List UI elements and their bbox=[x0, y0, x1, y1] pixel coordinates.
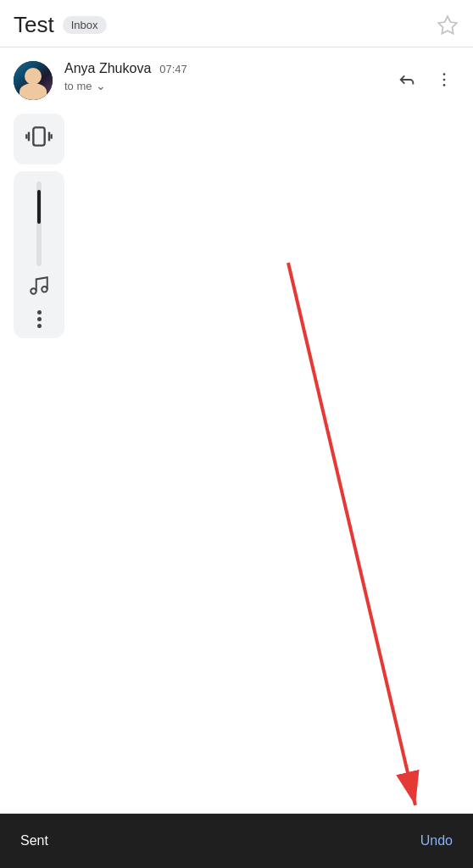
svg-point-10 bbox=[42, 287, 47, 292]
vibrate-attachment-box[interactable] bbox=[14, 114, 64, 164]
email-sender-row: Anya Zhukova 07:47 to me ⌄ bbox=[0, 47, 473, 110]
attachment-area bbox=[0, 110, 473, 342]
progress-thumb bbox=[37, 190, 41, 224]
svg-point-2 bbox=[443, 79, 446, 81]
recipient-row[interactable]: to me ⌄ bbox=[64, 79, 380, 92]
email-header: Test Inbox bbox=[0, 0, 473, 47]
undo-button[interactable]: Undo bbox=[420, 833, 453, 849]
page-title: Test bbox=[14, 12, 54, 38]
star-icon[interactable] bbox=[436, 14, 459, 37]
svg-line-12 bbox=[288, 263, 415, 805]
dot-2 bbox=[37, 317, 42, 321]
svg-marker-0 bbox=[438, 16, 457, 34]
chevron-down-icon[interactable]: ⌄ bbox=[96, 79, 106, 92]
bottom-snackbar: Sent Undo bbox=[0, 814, 473, 868]
svg-point-3 bbox=[443, 84, 446, 86]
vibrate-icon bbox=[25, 123, 53, 156]
dot-3 bbox=[37, 324, 42, 328]
dot-1 bbox=[37, 310, 42, 314]
email-actions bbox=[392, 64, 459, 95]
avatar[interactable] bbox=[14, 61, 53, 100]
music-note-icon bbox=[28, 275, 50, 302]
reply-button[interactable] bbox=[392, 64, 422, 95]
audio-progress-bar[interactable] bbox=[36, 181, 42, 266]
svg-rect-4 bbox=[33, 127, 44, 145]
sent-label: Sent bbox=[20, 833, 48, 849]
media-player-box[interactable] bbox=[14, 171, 64, 338]
sender-time-row: Anya Zhukova 07:47 bbox=[64, 61, 380, 76]
sender-name: Anya Zhukova bbox=[64, 61, 151, 76]
inbox-badge[interactable]: Inbox bbox=[63, 16, 107, 34]
svg-point-1 bbox=[443, 73, 446, 75]
header-left: Test Inbox bbox=[14, 12, 107, 38]
more-options-button[interactable] bbox=[429, 64, 459, 95]
to-me-label: to me bbox=[64, 80, 92, 92]
email-time: 07:47 bbox=[159, 63, 187, 75]
dots-menu-icon[interactable] bbox=[37, 310, 42, 328]
svg-point-9 bbox=[31, 288, 36, 294]
email-info: Anya Zhukova 07:47 to me ⌄ bbox=[64, 61, 380, 92]
